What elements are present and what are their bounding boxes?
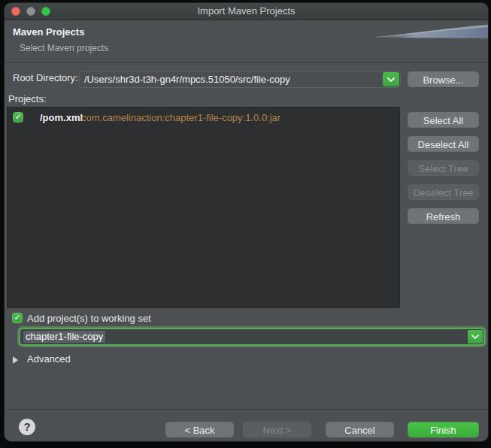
projects-label: Projects: [8, 93, 47, 104]
page-title: Maven Projects [13, 26, 84, 38]
disclosure-triangle-icon [13, 356, 18, 364]
select-tree-button[interactable]: Select Tree [408, 160, 479, 176]
root-directory-value: /Users/shr3d-t3h-gn4r/mpcs.51050/src/fil… [84, 71, 290, 87]
page-subtitle: Select Maven projects [20, 43, 108, 53]
working-set-combo[interactable]: chapter1-file-copy [19, 328, 485, 346]
wizard-banner-graphic [375, 24, 488, 39]
root-directory-combo[interactable]: /Users/shr3d-t3h-gn4r/mpcs.51050/src/fil… [79, 71, 401, 88]
import-maven-projects-dialog: Import Maven Projects Maven Projects Sel… [4, 2, 489, 442]
chevron-down-icon [471, 334, 479, 339]
window-title: Import Maven Projects [5, 3, 488, 20]
project-artifact: com.camelinaction:chapter1-file-copy:1.0… [81, 110, 280, 126]
browse-button[interactable]: Browse... [408, 71, 479, 87]
wizard-header: Maven Projects Select Maven projects [5, 20, 488, 63]
advanced-label: Advanced [27, 353, 71, 365]
working-set-label: Add project(s) to working set [27, 313, 151, 324]
select-all-button[interactable]: Select All [408, 112, 479, 128]
next-button[interactable]: Next > [243, 422, 311, 437]
working-set-value: chapter1-file-copy [23, 331, 105, 343]
footer-separator [5, 409, 488, 410]
back-button[interactable]: < Back [165, 422, 234, 437]
deselect-tree-button[interactable]: Deselect Tree [408, 184, 479, 200]
project-file: /pom.xml [40, 110, 83, 126]
title-bar: Import Maven Projects [5, 3, 488, 20]
deselect-all-button[interactable]: Deselect All [408, 136, 479, 152]
refresh-button[interactable]: Refresh [408, 208, 479, 224]
project-checkbox[interactable] [13, 112, 23, 123]
root-directory-dropdown-button[interactable] [383, 72, 399, 86]
projects-list: /pom.xml com.camelinaction:chapter1-file… [7, 107, 400, 308]
chevron-down-icon [387, 77, 395, 82]
project-row[interactable]: /pom.xml com.camelinaction:chapter1-file… [8, 110, 399, 126]
working-set-checkbox[interactable] [12, 313, 23, 323]
cancel-button[interactable]: Cancel [326, 422, 394, 437]
working-set-dropdown-button[interactable] [468, 330, 483, 344]
root-directory-label: Root Directory: [13, 72, 78, 83]
finish-button[interactable]: Finish [408, 422, 479, 437]
help-button[interactable]: ? [19, 419, 35, 435]
